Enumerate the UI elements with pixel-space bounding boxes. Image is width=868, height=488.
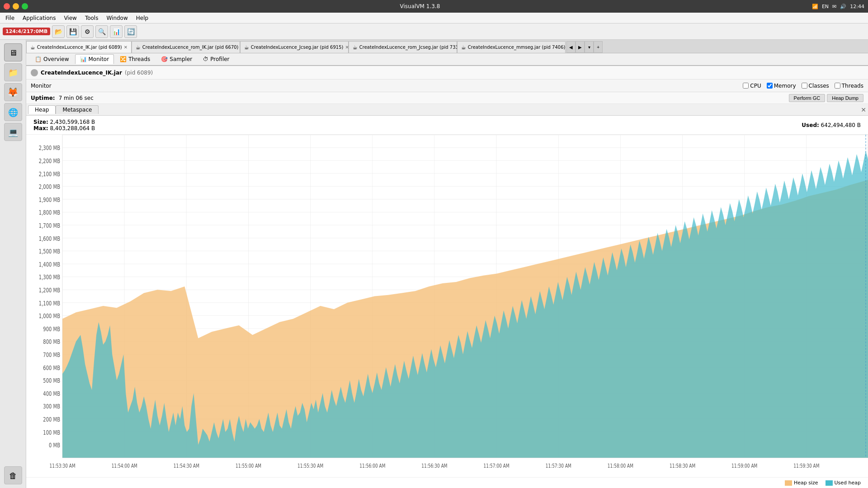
tab-icon-3: ☕	[353, 44, 358, 51]
sidebar-icon-files[interactable]: 📁	[4, 63, 22, 81]
refresh-button[interactable]: 🔄	[124, 25, 137, 38]
monitor-icon: 📊	[80, 56, 87, 62]
svg-text:1,100 MB: 1,100 MB	[39, 300, 60, 307]
cpu-checkbox[interactable]	[743, 83, 749, 89]
process-header: CreateIndexLucence_IK.jar (pid 6089)	[26, 66, 868, 80]
metaspace-tab[interactable]: Metaspace	[56, 105, 99, 114]
sub-tab-threads[interactable]: 🔀 Threads	[115, 54, 155, 64]
used-value: 642,494,480 B	[821, 122, 861, 128]
monitor-bar: Monitor CPU Memory Classes Threads	[26, 80, 868, 92]
perform-gc-button[interactable]: Perform GC	[789, 94, 826, 102]
memory-label: Memory	[774, 83, 796, 89]
tab-3[interactable]: ☕ CreateIndexLucence_rom_Jcseg.jar (pid …	[349, 41, 457, 53]
menu-help[interactable]: Help	[132, 14, 152, 22]
memory-checkbox-label[interactable]: Memory	[767, 83, 796, 89]
sidebar: 🖥 📁 🦊 🌐 💻 🗑	[0, 40, 26, 488]
used-heap-legend-label: Used heap	[835, 480, 861, 486]
used-stat: Used: 642,494,480 B	[802, 122, 861, 128]
heap-tab[interactable]: Heap	[28, 105, 56, 114]
sidebar-icon-network[interactable]: 🌐	[4, 103, 22, 121]
titlebar: VisualVM 1.3.8 📶 EN ✉ 🔊 12:44	[0, 0, 868, 13]
tab-icon-2: ☕	[244, 44, 249, 51]
svg-text:1,500 MB: 1,500 MB	[39, 248, 60, 255]
chart-button[interactable]: 📊	[110, 25, 123, 38]
process-pid: (pid 6089)	[125, 70, 153, 76]
sub-tabs: 📋 Overview 📊 Monitor 🔀 Threads 🎯 Sampler…	[26, 53, 868, 66]
tab-nav-add[interactable]: +	[594, 41, 603, 53]
svg-text:700 MB: 700 MB	[43, 351, 60, 358]
sampler-icon: 🎯	[161, 56, 168, 62]
sub-tab-monitor[interactable]: 📊 Monitor	[75, 54, 114, 64]
svg-text:0 MB: 0 MB	[49, 441, 60, 449]
svg-text:500 MB: 500 MB	[43, 377, 60, 384]
open-button[interactable]: 📂	[52, 25, 65, 38]
svg-text:11:57:30 AM: 11:57:30 AM	[546, 462, 571, 469]
svg-text:1,600 MB: 1,600 MB	[39, 235, 60, 242]
svg-text:11:58:30 AM: 11:58:30 AM	[670, 462, 695, 469]
window-controls[interactable]	[4, 3, 28, 9]
svg-text:600 MB: 600 MB	[43, 364, 60, 371]
close-button[interactable]	[4, 3, 10, 9]
toolbar: 124:4/217:0MB 📂 💾 ⚙ 🔍 📊 🔄	[0, 23, 868, 40]
tab-nav-new[interactable]: ▾	[585, 41, 594, 53]
sidebar-icon-fire[interactable]: 🦊	[4, 83, 22, 101]
max-value: 8,403,288,064 B	[50, 125, 95, 131]
sidebar-icon-app[interactable]: 💻	[4, 123, 22, 141]
sub-tab-profiler[interactable]: ⏱ Profiler	[198, 54, 234, 64]
tab-1[interactable]: ☕ CreateIndexLucence_rom_IK.jar (pid 667…	[132, 41, 240, 53]
threads-label: Threads	[128, 56, 150, 62]
sub-tab-sampler[interactable]: 🎯 Sampler	[156, 54, 197, 64]
process-status-icon	[31, 69, 38, 76]
chart-info: Size: 2,430,599,168 B Max: 8,403,288,064…	[26, 116, 868, 135]
svg-text:1,700 MB: 1,700 MB	[39, 222, 60, 229]
svg-text:1,400 MB: 1,400 MB	[39, 261, 60, 268]
settings-button[interactable]: ⚙	[81, 25, 94, 38]
classes-checkbox-label[interactable]: Classes	[802, 83, 829, 89]
heap-dump-button[interactable]: Heap Dump	[827, 94, 863, 102]
tab-icon-0: ☕	[30, 44, 35, 51]
monitor-section-label: Monitor	[31, 83, 743, 89]
threads-checkbox-label[interactable]: Threads	[835, 83, 863, 89]
svg-text:800 MB: 800 MB	[43, 338, 60, 346]
svg-text:11:57:00 AM: 11:57:00 AM	[484, 462, 509, 469]
svg-text:1,900 MB: 1,900 MB	[39, 196, 60, 203]
sub-tab-overview[interactable]: 📋 Overview	[30, 54, 74, 64]
sidebar-icon-monitor[interactable]: 🖥	[4, 43, 22, 61]
search-button[interactable]: 🔍	[95, 25, 108, 38]
threads-checkbox[interactable]	[835, 83, 840, 89]
svg-text:11:55:00 AM: 11:55:00 AM	[236, 462, 261, 469]
svg-text:1,800 MB: 1,800 MB	[39, 209, 60, 216]
close-all-button[interactable]: ✕	[861, 106, 866, 113]
sidebar-icon-trash[interactable]: 🗑	[4, 466, 22, 484]
size-label: Size:	[33, 119, 48, 125]
svg-text:11:54:00 AM: 11:54:00 AM	[112, 462, 137, 469]
menu-applications[interactable]: Applications	[19, 14, 59, 22]
memory-checkbox[interactable]	[767, 83, 773, 89]
svg-text:1,000 MB: 1,000 MB	[39, 312, 60, 319]
tab-2[interactable]: ☕ CreateIndexLucence_Jcseg.jar (pid 6915…	[240, 41, 349, 53]
threads-icon: 🔀	[120, 56, 127, 62]
save-button[interactable]: 💾	[66, 25, 79, 38]
cpu-checkbox-label[interactable]: CPU	[743, 83, 761, 89]
maximize-button[interactable]	[22, 3, 28, 9]
menu-view[interactable]: View	[60, 14, 80, 22]
tab-icon-4: ☕	[461, 44, 466, 51]
svg-text:11:58:00 AM: 11:58:00 AM	[608, 462, 633, 469]
tab-4[interactable]: ☕ CreateIndexLucence_mmseg.jar (pid 7406…	[457, 41, 566, 53]
minimize-button[interactable]	[13, 3, 19, 9]
uptime-value: 7 min 06 sec	[59, 95, 94, 101]
menu-tools[interactable]: Tools	[81, 14, 102, 22]
menu-file[interactable]: File	[2, 14, 18, 22]
chart-container: Heap Metaspace ✕ Size: 2,430,599,168 B M…	[26, 104, 868, 488]
tab-0[interactable]: ☕ CreateIndexLucence_IK.jar (pid 6089) ✕	[26, 41, 132, 53]
menu-window[interactable]: Window	[103, 14, 131, 22]
classes-checkbox[interactable]	[802, 83, 807, 89]
tab-nav-right[interactable]: ▶	[576, 41, 585, 53]
svg-text:400 MB: 400 MB	[43, 390, 60, 397]
svg-text:300 MB: 300 MB	[43, 403, 60, 410]
wifi-icon: 📶	[812, 4, 818, 9]
svg-text:11:59:00 AM: 11:59:00 AM	[731, 462, 757, 469]
tab-close-0[interactable]: ✕	[124, 45, 127, 50]
svg-text:1,200 MB: 1,200 MB	[39, 286, 60, 294]
tab-nav-left[interactable]: ◀	[566, 41, 576, 53]
